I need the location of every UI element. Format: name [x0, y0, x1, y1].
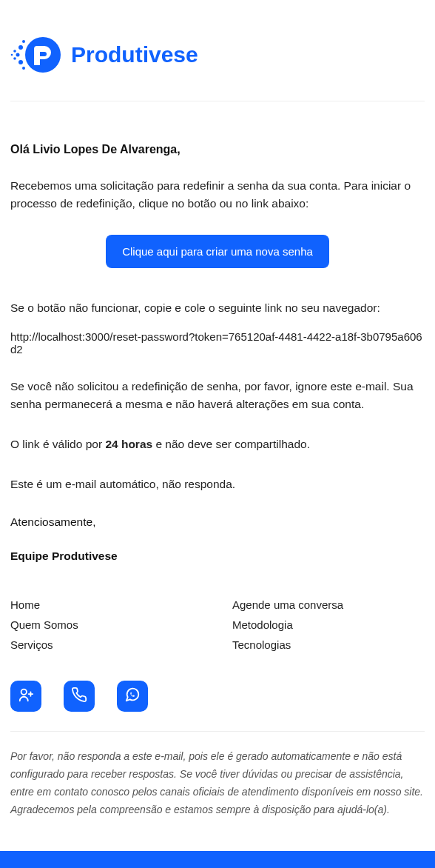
header: Produtivese [10, 10, 425, 101]
fallback-text: Se o botão não funcionar, copie e cole o… [10, 299, 425, 317]
auto-email-text: Este é um e-mail automático, não respond… [10, 475, 425, 493]
add-contact-button[interactable] [10, 681, 41, 712]
intro-text: Recebemos uma solicitação para redefinir… [10, 177, 425, 213]
svg-point-8 [11, 54, 13, 56]
svg-point-6 [22, 40, 25, 43]
svg-point-4 [13, 50, 16, 53]
greeting: Olá Livio Lopes De Alvarenga, [10, 143, 425, 156]
phone-icon [71, 687, 87, 706]
svg-point-2 [16, 53, 20, 57]
ignore-text: Se você não solicitou a redefinição de s… [10, 378, 425, 413]
link-home[interactable]: Home [10, 598, 203, 611]
svg-point-5 [13, 57, 16, 60]
whatsapp-button[interactable] [117, 681, 148, 712]
social-row [10, 681, 425, 732]
logo-icon [10, 33, 62, 77]
link-about[interactable]: Quem Somos [10, 618, 203, 631]
svg-point-1 [18, 45, 23, 50]
footer-links: Home Quem Somos Serviços Agende uma conv… [10, 598, 425, 651]
brand-name: Produtivese [71, 42, 198, 67]
validity-duration: 24 horas [105, 438, 152, 450]
whatsapp-icon [124, 687, 141, 706]
validity-prefix: O link é válido por [10, 438, 105, 450]
phone-button[interactable] [64, 681, 95, 712]
svg-point-9 [21, 690, 27, 695]
footer-copyright: Copyright © 2024 Produtivese Tecnologia … [0, 851, 435, 868]
signoff: Atenciosamente, [10, 515, 425, 529]
disclaimer: Por favor, não responda a este e-mail, p… [10, 748, 425, 818]
reset-url[interactable]: http://localhost:3000/reset-password?tok… [10, 330, 425, 355]
team-signature: Equipe Produtivese [10, 550, 425, 563]
user-plus-icon [18, 687, 34, 706]
svg-point-7 [22, 67, 25, 70]
reset-password-button[interactable]: Clique aqui para criar uma nova senha [106, 235, 329, 268]
svg-point-3 [18, 60, 23, 64]
validity-text: O link é válido por 24 horas e não deve … [10, 435, 425, 453]
link-methodology[interactable]: Metodologia [232, 618, 425, 631]
validity-suffix: e não deve ser compartilhado. [152, 438, 310, 450]
link-technologies[interactable]: Tecnologias [232, 638, 425, 651]
svg-point-0 [25, 37, 61, 73]
link-services[interactable]: Serviços [10, 638, 203, 651]
link-schedule[interactable]: Agende uma conversa [232, 598, 425, 611]
